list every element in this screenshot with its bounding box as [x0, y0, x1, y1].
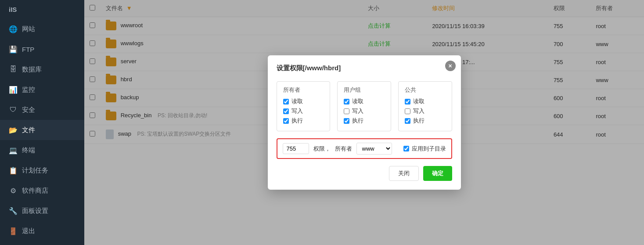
sidebar-item-ftp[interactable]: 💾 FTP — [0, 39, 84, 59]
usergroup-write-label: 写入 — [352, 107, 363, 115]
public-read-checkbox[interactable] — [405, 99, 410, 104]
owner-execute-checkbox[interactable] — [283, 118, 289, 124]
public-execute-label: 执行 — [413, 117, 425, 125]
usergroup-perm-group: 用户组 读取 写入 执行 — [337, 81, 391, 131]
sidebar-label-files: 文件 — [22, 126, 35, 134]
public-read-item: 读取 — [405, 97, 446, 105]
sidebar-item-website[interactable]: 🌐 网站 — [0, 19, 84, 39]
apply-to-subdirs-label: 应用到子目录 — [403, 145, 446, 153]
public-read-label: 读取 — [413, 97, 425, 105]
sidebar-item-database[interactable]: 🗄 数据库 — [0, 59, 84, 79]
usergroup-label: 用户组 — [344, 86, 385, 94]
database-icon: 🗄 — [9, 65, 18, 74]
owner-execute-item: 执行 — [283, 117, 324, 125]
owner-write-label: 写入 — [291, 107, 303, 115]
sidebar-label-database: 数据库 — [22, 65, 42, 74]
sidebar-item-settings[interactable]: 🔧 面板设置 — [0, 201, 84, 221]
usergroup-read-label: 读取 — [352, 97, 363, 105]
sidebar-iis-label: iIS — [0, 0, 84, 19]
sidebar-item-software[interactable]: ⚙ 软件商店 — [0, 180, 84, 201]
sidebar-label-settings: 面板设置 — [22, 207, 48, 215]
permission-value-input[interactable] — [283, 143, 309, 154]
permissions-dialog: × 设置权限[/www/hbrd] 所有者 读取 写入 — [268, 55, 461, 190]
files-icon: 📂 — [9, 126, 18, 134]
dialog-confirm-btn[interactable]: 确定 — [423, 166, 452, 181]
terminal-icon: 💻 — [9, 146, 18, 155]
owner-read-item: 读取 — [283, 97, 324, 105]
main-content: 文件名 ▼ 大小 修改时间 权限 所有者 wwwroot 点击计算 2020/1… — [84, 0, 644, 245]
software-icon: ⚙ — [9, 186, 18, 195]
permission-suffix-label: 权限， — [313, 145, 331, 153]
owner-perm-group: 所有者 读取 写入 执行 — [277, 81, 331, 131]
owner-text-label: 所有者 — [335, 145, 352, 153]
usergroup-execute-label: 执行 — [352, 117, 363, 125]
dialog-close-button[interactable]: × — [445, 61, 456, 71]
owner-write-checkbox[interactable] — [283, 108, 289, 114]
sidebar-label-logout: 退出 — [22, 227, 35, 235]
sidebar-label-security: 安全 — [22, 106, 35, 114]
sidebar-label-scheduled: 计划任务 — [22, 166, 48, 175]
scheduled-icon: 📋 — [9, 166, 18, 175]
sidebar-item-logout[interactable]: 🚪 退出 — [0, 221, 84, 241]
owner-write-item: 写入 — [283, 107, 324, 115]
sidebar-item-files[interactable]: 📂 文件 — [0, 120, 84, 140]
modal-overlay: × 设置权限[/www/hbrd] 所有者 读取 写入 — [84, 0, 644, 245]
usergroup-read-checkbox[interactable] — [344, 99, 349, 104]
sidebar-item-monitor[interactable]: 📊 监控 — [0, 79, 84, 100]
public-write-label: 写入 — [413, 107, 425, 115]
owner-group-label: 所有者 — [283, 86, 324, 94]
owner-select[interactable]: www root nginx apache — [356, 143, 392, 155]
dialog-footer: 关闭 确定 — [277, 166, 452, 181]
dialog-title: 设置权限[/www/hbrd] — [277, 64, 452, 72]
settings-icon: 🔧 — [9, 206, 18, 215]
dialog-bottom-bar: 权限， 所有者 www root nginx apache 应用到子目录 — [277, 138, 452, 159]
owner-execute-label: 执行 — [291, 117, 303, 125]
logout-icon: 🚪 — [9, 227, 18, 235]
public-execute-item: 执行 — [405, 117, 446, 125]
usergroup-write-checkbox[interactable] — [344, 108, 349, 114]
owner-read-label: 读取 — [291, 97, 303, 105]
usergroup-write-item: 写入 — [344, 107, 385, 115]
usergroup-execute-item: 执行 — [344, 117, 385, 125]
sidebar: iIS 🌐 网站 💾 FTP 🗄 数据库 📊 监控 🛡 安全 📂 文件 💻 终端… — [0, 0, 84, 245]
sidebar-label-website: 网站 — [22, 25, 35, 33]
sidebar-item-scheduled[interactable]: 📋 计划任务 — [0, 160, 84, 180]
ftp-icon: 💾 — [9, 45, 18, 54]
public-execute-checkbox[interactable] — [405, 118, 410, 124]
sidebar-label-terminal: 终端 — [22, 146, 35, 155]
sidebar-label-monitor: 监控 — [22, 86, 35, 94]
public-write-checkbox[interactable] — [405, 108, 410, 114]
public-label: 公共 — [405, 86, 446, 94]
sidebar-item-terminal[interactable]: 💻 终端 — [0, 140, 84, 160]
public-write-item: 写入 — [405, 107, 446, 115]
usergroup-execute-checkbox[interactable] — [344, 118, 349, 124]
sidebar-label-ftp: FTP — [22, 46, 34, 53]
permission-groups: 所有者 读取 写入 执行 用户组 — [277, 81, 452, 131]
website-icon: 🌐 — [9, 25, 18, 33]
sidebar-label-software: 软件商店 — [22, 187, 48, 195]
monitor-icon: 📊 — [9, 85, 18, 94]
owner-read-checkbox[interactable] — [283, 99, 289, 104]
public-perm-group: 公共 读取 写入 执行 — [398, 81, 452, 131]
dialog-close-btn[interactable]: 关闭 — [389, 166, 419, 181]
usergroup-read-item: 读取 — [344, 97, 385, 105]
sidebar-item-security[interactable]: 🛡 安全 — [0, 100, 84, 120]
security-icon: 🛡 — [9, 105, 18, 114]
apply-to-subdirs-checkbox[interactable] — [403, 146, 409, 151]
